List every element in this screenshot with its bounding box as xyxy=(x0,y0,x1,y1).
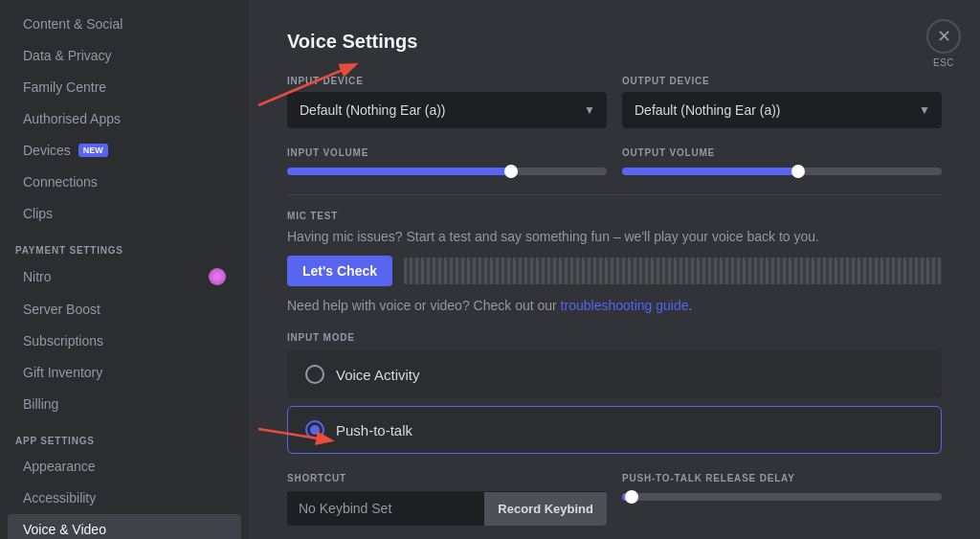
sidebar-item-nitro[interactable]: Nitro xyxy=(8,260,241,293)
input-volume-label: INPUT VOLUME xyxy=(287,147,607,158)
main-content: ✕ ESC Voice Settings INPUT DEVICE Defaul… xyxy=(249,0,980,539)
sidebar-item-label: Clips xyxy=(23,206,53,221)
close-button[interactable]: ✕ xyxy=(926,19,961,54)
nitro-icon xyxy=(209,268,226,285)
push-to-talk-card[interactable]: Push-to-talk xyxy=(287,406,942,454)
sidebar-item-label: Authorised Apps xyxy=(23,111,121,126)
payment-section-label: PAYMENT SETTINGS xyxy=(0,230,249,259)
lets-check-button[interactable]: Let's Check xyxy=(287,256,392,286)
keybind-display: No Keybind Set xyxy=(287,491,484,526)
shortcut-group: SHORTCUT No Keybind Set Record Keybind xyxy=(287,473,607,526)
sidebar-item-label: Appearance xyxy=(23,459,96,474)
input-device-label: INPUT DEVICE xyxy=(287,76,607,86)
device-row: INPUT DEVICE Default (Nothing Ear (a)) ▼… xyxy=(287,76,942,128)
keybind-row: No Keybind Set Record Keybind xyxy=(287,491,607,526)
sidebar-item-data-privacy[interactable]: Data & Privacy xyxy=(8,40,241,71)
mic-test-label: MIC TEST xyxy=(287,211,942,221)
input-mode-section: INPUT MODE Voice Activity Push-to-talk xyxy=(287,332,942,454)
input-mode-label: INPUT MODE xyxy=(287,332,942,343)
output-volume-label: OUTPUT VOLUME xyxy=(622,147,942,158)
record-keybind-button[interactable]: Record Keybind xyxy=(484,492,607,526)
mic-visualizer xyxy=(404,258,942,284)
sidebar-item-label: Server Boost xyxy=(23,302,100,317)
sidebar-item-billing[interactable]: Billing xyxy=(8,389,241,419)
output-device-group: OUTPUT DEVICE Default (Nothing Ear (a)) … xyxy=(622,76,942,128)
sidebar-item-label: Family Centre xyxy=(23,79,106,95)
sidebar-item-label: Data & Privacy xyxy=(23,48,112,63)
sidebar-item-family-centre[interactable]: Family Centre xyxy=(8,72,241,102)
input-device-group: INPUT DEVICE Default (Nothing Ear (a)) ▼ xyxy=(287,76,607,128)
ptt-delay-group: PUSH-TO-TALK RELEASE DELAY xyxy=(622,473,942,501)
sidebar-item-clips[interactable]: Clips xyxy=(8,198,241,229)
sidebar-item-devices[interactable]: Devices NEW xyxy=(8,135,241,166)
shortcut-label: SHORTCUT xyxy=(287,473,607,483)
sidebar-item-label: Content & Social xyxy=(23,16,122,32)
output-device-select[interactable]: Default (Nothing Ear (a)) xyxy=(622,92,942,128)
sidebar-item-subscriptions[interactable]: Subscriptions xyxy=(8,326,241,356)
mic-test-row: Let's Check xyxy=(287,256,942,286)
sidebar: Content & Social Data & Privacy Family C… xyxy=(0,0,249,539)
volume-row: INPUT VOLUME OUTPUT VOLUME xyxy=(287,147,942,175)
sidebar-item-server-boost[interactable]: Server Boost xyxy=(8,294,241,325)
input-device-select-wrapper: Default (Nothing Ear (a)) ▼ xyxy=(287,92,607,128)
sidebar-item-label: Gift Inventory xyxy=(23,365,102,380)
sidebar-item-gift-inventory[interactable]: Gift Inventory xyxy=(8,357,241,388)
voice-activity-radio[interactable] xyxy=(305,365,324,384)
sidebar-item-connections[interactable]: Connections xyxy=(8,167,241,197)
app-section-label: APP SETTINGS xyxy=(0,420,249,450)
input-volume-thumb[interactable] xyxy=(504,165,518,178)
close-button-area[interactable]: ✕ ESC xyxy=(926,19,961,68)
sidebar-item-content-social[interactable]: Content & Social xyxy=(8,9,241,39)
sidebar-item-label: Billing xyxy=(23,396,58,412)
mic-test-desc: Having mic issues? Start a test and say … xyxy=(287,229,942,244)
divider-1 xyxy=(287,194,942,195)
input-volume-slider[interactable] xyxy=(287,168,607,175)
sidebar-item-label: Devices xyxy=(23,143,71,158)
sidebar-item-appearance[interactable]: Appearance xyxy=(8,451,241,482)
input-volume-group: INPUT VOLUME xyxy=(287,147,607,175)
new-badge: NEW xyxy=(78,144,108,157)
sidebar-item-label: Subscriptions xyxy=(23,333,103,348)
output-device-select-wrapper: Default (Nothing Ear (a)) ▼ xyxy=(622,92,942,128)
sidebar-item-label: Nitro xyxy=(23,269,52,284)
ptt-delay-slider[interactable] xyxy=(622,493,942,501)
output-volume-group: OUTPUT VOLUME xyxy=(622,147,942,175)
ptt-delay-label: PUSH-TO-TALK RELEASE DELAY xyxy=(622,473,942,483)
push-to-talk-label: Push-to-talk xyxy=(336,422,412,438)
voice-activity-card[interactable]: Voice Activity xyxy=(287,350,942,398)
sidebar-item-label: Connections xyxy=(23,174,98,190)
sidebar-item-authorised-apps[interactable]: Authorised Apps xyxy=(8,103,241,134)
output-volume-slider[interactable] xyxy=(622,168,942,175)
troubleshoot-link[interactable]: troubleshooting guide xyxy=(561,298,689,313)
sidebar-item-label: Voice & Video xyxy=(23,522,106,537)
sidebar-item-label: Accessibility xyxy=(23,490,96,505)
push-to-talk-radio[interactable] xyxy=(305,420,324,439)
shortcut-row: SHORTCUT No Keybind Set Record Keybind P… xyxy=(287,473,942,526)
output-volume-thumb[interactable] xyxy=(791,165,805,178)
sidebar-item-voice-video[interactable]: Voice & Video xyxy=(8,514,241,539)
esc-label: ESC xyxy=(933,57,954,68)
troubleshoot-text: Need help with voice or video? Check out… xyxy=(287,298,942,313)
page-title: Voice Settings xyxy=(287,31,942,53)
output-device-label: OUTPUT DEVICE xyxy=(622,76,942,86)
input-device-select[interactable]: Default (Nothing Ear (a)) xyxy=(287,92,607,128)
ptt-delay-thumb[interactable] xyxy=(625,490,638,504)
voice-activity-label: Voice Activity xyxy=(336,367,420,383)
sidebar-item-accessibility[interactable]: Accessibility xyxy=(8,483,241,513)
